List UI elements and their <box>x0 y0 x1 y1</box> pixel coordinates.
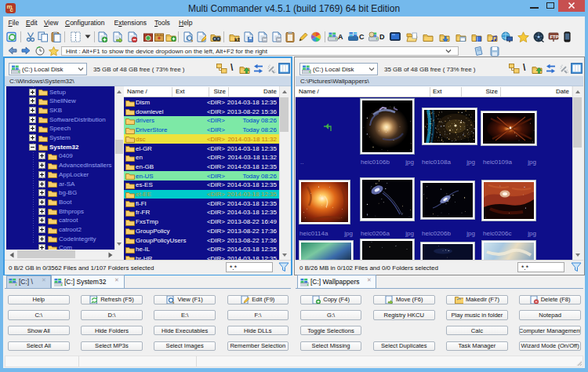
svg-text:kb: kb <box>234 37 240 42</box>
svg-text:FTP: FTP <box>550 35 558 39</box>
